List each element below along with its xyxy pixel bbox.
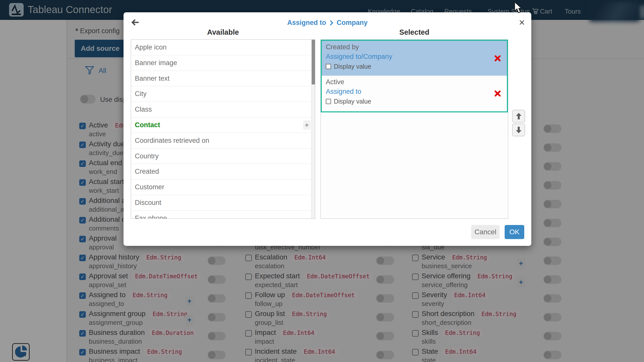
available-item-banner-image[interactable]: Banner image [131, 55, 315, 71]
selected-item-1[interactable]: Created byAssigned to/CompanyDisplay val… [322, 41, 507, 76]
display-value-checkbox[interactable] [326, 64, 331, 69]
selected-item-2[interactable]: ActiveAssigned toDisplay value [322, 76, 507, 111]
display-value-checkbox[interactable] [326, 99, 331, 104]
move-up-button[interactable] [512, 110, 525, 122]
display-value-row: Display value [326, 63, 507, 70]
available-item-country[interactable]: Country [131, 149, 315, 164]
ok-button[interactable]: OK [505, 225, 524, 239]
arrow-down-icon [515, 126, 522, 134]
chevron-right-icon [330, 20, 333, 26]
available-item-class[interactable]: Class [131, 102, 315, 117]
cancel-button[interactable]: Cancel [471, 225, 500, 239]
available-item-coordinates-retrieved-on[interactable]: Coordinates retrieved on [131, 133, 315, 149]
display-value-row: Display value [326, 98, 507, 105]
available-item-created[interactable]: Created [131, 164, 315, 179]
remove-x-icon [494, 55, 501, 62]
available-header: Available [131, 28, 315, 36]
available-list: Apple iconBanner imageBanner textCityCla… [131, 39, 315, 219]
available-item-customer[interactable]: Customer [131, 179, 315, 195]
available-item-fax-phone[interactable]: Fax phone [131, 211, 315, 219]
selected-item-link[interactable]: Assigned to/Company [326, 53, 507, 61]
selected-item-heading: Active [326, 78, 507, 86]
selected-list: Created byAssigned to/CompanyDisplay val… [320, 39, 508, 219]
available-scrollbar-thumb[interactable] [312, 40, 315, 84]
move-down-button[interactable] [512, 124, 525, 136]
available-scrollbar-track[interactable] [311, 40, 315, 218]
mouse-cursor [514, 2, 522, 14]
available-item-banner-text[interactable]: Banner text [131, 71, 315, 86]
selected-item-heading: Created by [326, 43, 507, 51]
remove-x-icon [494, 90, 501, 97]
available-item-apple-icon[interactable]: Apple icon [131, 40, 315, 55]
dot-walk-dialog: Assigned to Company × Available Selected… [124, 12, 531, 246]
remove-button[interactable] [494, 90, 501, 97]
available-item-city[interactable]: City [131, 86, 315, 102]
close-icon[interactable]: × [519, 17, 525, 27]
available-item-contact[interactable]: Contact+ [131, 117, 315, 133]
available-item-discount[interactable]: Discount [131, 195, 315, 211]
selected-item-link[interactable]: Assigned to [326, 88, 507, 96]
selected-group-box: Created byAssigned to/CompanyDisplay val… [321, 40, 508, 112]
display-value-label: Display value [334, 98, 371, 105]
display-value-label: Display value [334, 63, 371, 70]
arrow-up-icon [515, 112, 522, 120]
remove-button[interactable] [494, 55, 501, 62]
selected-header: Selected [320, 28, 508, 36]
modal-title: Assigned to Company [124, 19, 531, 27]
expand-plus-button[interactable]: + [303, 120, 310, 130]
